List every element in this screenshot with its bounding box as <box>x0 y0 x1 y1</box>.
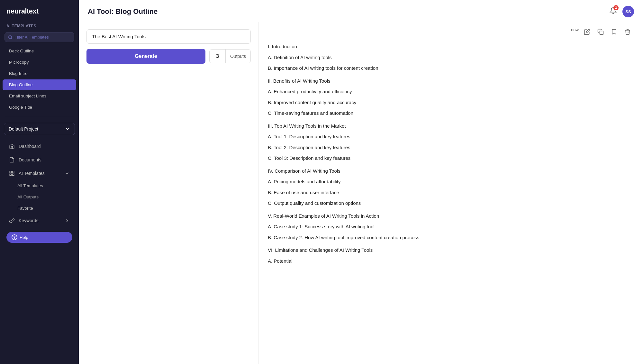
search-icon <box>8 35 13 40</box>
trash-icon <box>624 29 631 35</box>
help-circle-icon: ? <box>12 234 17 240</box>
output-line-1: I. Introduction <box>268 42 634 51</box>
sidebar-template-item-google-title[interactable]: Google Title <box>3 102 76 113</box>
bookmark-button[interactable] <box>609 27 619 38</box>
output-line-4: II. Benefits of AI Writing Tools <box>268 77 634 85</box>
sidebar-template-item-microcopy[interactable]: Microcopy <box>3 57 76 68</box>
home-icon <box>9 143 15 149</box>
outputs-control: 3 Outputs <box>209 49 251 63</box>
svg-rect-5 <box>13 174 14 176</box>
svg-rect-3 <box>13 171 14 173</box>
grid-icon <box>9 170 15 176</box>
page-title: AI Tool: Blog Outline <box>88 7 158 16</box>
output-line-6: B. Improved content quality and accuracy <box>268 98 634 107</box>
sidebar-sub-all-outputs[interactable]: All Outputs <box>3 192 76 202</box>
svg-line-1 <box>11 38 12 39</box>
output-line-2: A. Definition of AI writing tools <box>268 53 634 62</box>
output-line-7: C. Time-saving features and automation <box>268 109 634 117</box>
copy-icon <box>597 29 604 35</box>
topic-input[interactable] <box>86 29 251 44</box>
outputs-label: Outputs <box>226 50 250 63</box>
output-line-11: C. Tool 3: Description and key features <box>268 154 634 162</box>
output-line-12: IV. Comparison of AI Writing Tools <box>268 167 634 175</box>
key-icon <box>9 218 15 223</box>
sidebar-item-keywords[interactable]: Keywords <box>3 214 76 227</box>
ai-templates-label: AI Templates <box>19 171 45 176</box>
doc-icon <box>9 157 15 163</box>
edit-button[interactable] <box>582 27 592 38</box>
output-line-16: V. Real-World Examples of AI Writing Too… <box>268 212 634 220</box>
output-line-8: III. Top AI Writing Tools in the Market <box>268 122 634 130</box>
sidebar-item-ai-templates[interactable]: AI Templates <box>3 167 76 180</box>
sidebar-template-item-deck-outline[interactable]: Deck Outline <box>3 46 76 56</box>
copy-button[interactable] <box>595 27 606 38</box>
sidebar: neuraltext AI Templates Deck Outline Mic… <box>0 0 79 364</box>
output-text: I. Introduction A. Definition of AI writ… <box>268 42 634 265</box>
output-line-13: A. Pricing models and affordability <box>268 177 634 186</box>
brand-logo: neuraltext <box>0 0 79 21</box>
chevron-right-icon <box>65 218 70 223</box>
avatar: SS <box>622 6 634 17</box>
output-line-10: B. Tool 2: Description and key features <box>268 143 634 152</box>
main-content: AI Tool: Blog Outline 3 SS Generate 3 Ou… <box>79 0 643 364</box>
chevron-down-icon <box>65 126 70 132</box>
divider <box>5 117 74 117</box>
output-line-19: VI. Limitations and Challenges of AI Wri… <box>268 246 634 254</box>
sidebar-item-dashboard[interactable]: Dashboard <box>3 140 76 153</box>
output-line-20: A. Potential <box>268 257 634 265</box>
delete-button[interactable] <box>622 27 633 38</box>
edit-icon <box>584 29 590 35</box>
output-line-3: B. Importance of AI writing tools for co… <box>268 64 634 72</box>
outputs-count[interactable]: 3 <box>210 50 226 63</box>
sidebar-template-item-blog-outline[interactable]: Blog Outline <box>3 79 76 90</box>
input-panel: Generate 3 Outputs <box>79 22 259 364</box>
svg-rect-6 <box>600 31 603 35</box>
sidebar-template-item-email-subject[interactable]: Email subject Lines <box>3 91 76 101</box>
output-line-18: B. Case study 2: How AI writing tool imp… <box>268 233 634 242</box>
svg-rect-2 <box>10 171 11 173</box>
keywords-label: Keywords <box>19 218 38 223</box>
search-box <box>5 32 74 42</box>
project-name: Default Project <box>9 126 38 132</box>
search-input[interactable] <box>14 35 71 40</box>
output-line-5: A. Enhanced productivity and efficiency <box>268 87 634 96</box>
output-line-9: A. Tool 1: Description and key features <box>268 132 634 141</box>
svg-point-0 <box>9 35 12 38</box>
output-panel: now I. Introduction A. Definition of AI … <box>259 22 643 364</box>
timestamp: now <box>571 27 579 35</box>
chevron-down-icon <box>65 171 70 176</box>
sidebar-template-item-blog-intro[interactable]: Blog Intro <box>3 68 76 79</box>
output-line-17: A. Case study 1: Success story with AI w… <box>268 223 634 231</box>
templates-section-label: AI Templates <box>0 21 79 30</box>
sidebar-item-documents[interactable]: Documents <box>3 153 76 166</box>
help-label: Help <box>20 235 28 240</box>
documents-label: Documents <box>19 157 41 162</box>
help-button[interactable]: ? Help <box>6 232 72 243</box>
generate-button[interactable]: Generate <box>86 49 205 64</box>
sidebar-sub-favorite[interactable]: Favorite <box>3 203 76 214</box>
notification-badge: 3 <box>613 5 619 10</box>
notification-button[interactable]: 3 <box>608 6 618 17</box>
bookmark-icon <box>611 29 617 35</box>
output-toolbar: now <box>268 27 634 38</box>
dashboard-label: Dashboard <box>19 144 41 149</box>
output-line-15: C. Output quality and customization opti… <box>268 199 634 207</box>
header-actions: 3 SS <box>608 6 634 17</box>
main-header: AI Tool: Blog Outline 3 SS <box>79 0 643 22</box>
main-body: Generate 3 Outputs now <box>79 22 643 364</box>
svg-rect-4 <box>10 174 11 176</box>
generate-row: Generate 3 Outputs <box>86 49 251 64</box>
project-selector[interactable]: Default Project <box>4 123 75 135</box>
output-line-14: B. Ease of use and user interface <box>268 188 634 197</box>
sidebar-sub-all-templates[interactable]: All Templates <box>3 180 76 191</box>
